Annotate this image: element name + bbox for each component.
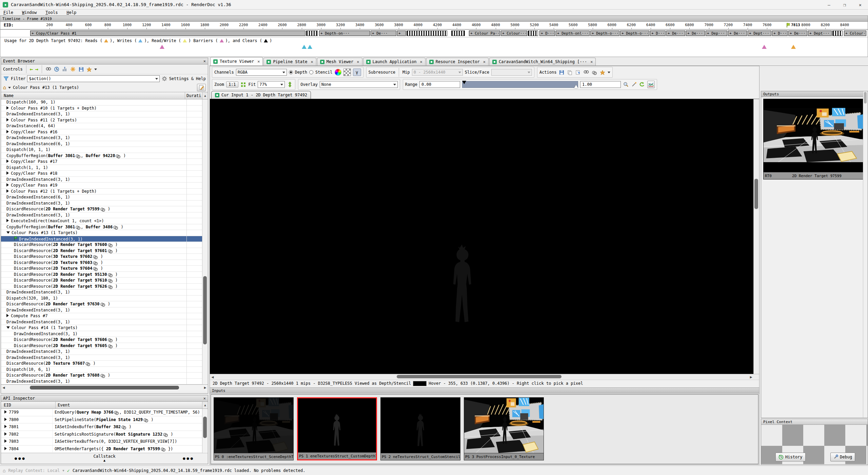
scroll-left-icon[interactable]: ◀ [210,375,215,379]
usage-marker-icon[interactable] [302,45,307,49]
event-row[interactable]: CopyBufferRegion(Buffer 3861, Buffer 348… [1,224,208,230]
api-call-row[interactable]: 7803IASetVertexBuffers(0, D3D12_VERTEX_B… [1,438,208,445]
column-name[interactable]: Name [1,92,185,99]
range-white-point-handle[interactable] [574,85,578,88]
pass-segment[interactable]: + Depth-o··· [590,31,619,36]
event-row[interactable]: Colour Pass #10 (1 Targets + Depth) [1,106,208,112]
fit-label[interactable]: Fit [249,82,256,87]
pass-segment[interactable]: + Colour··· [844,31,866,36]
expand-icon[interactable] [4,432,7,436]
prev-event-icon[interactable]: ← [30,66,33,72]
home-icon[interactable]: ⌂ [3,468,5,473]
expand-icon[interactable] [4,418,7,421]
close-icon[interactable]: ✕ [420,59,422,64]
event-row[interactable]: DiscardResource(2D Render Target 95130 ) [1,272,208,278]
scroll-up-icon[interactable]: ▲ [202,92,208,99]
copy-icon[interactable] [567,69,573,75]
pass-segment[interactable]: + De··· [371,31,396,36]
event-row[interactable]: Dispatch(320, 180, 1) [1,296,208,302]
event-row[interactable]: DiscardResource(2D Texture 97604 ) [1,266,208,272]
home-icon[interactable]: ⌂ [3,84,6,91]
pass-segment[interactable]: + Colour Pa··· [469,31,500,36]
event-row[interactable]: DiscardResource(2D Render Target 97608 ) [1,373,208,379]
pass-segment[interactable]: + Depth-onl··· [556,31,590,36]
event-row[interactable]: DiscardResource(2D Texture 97603 ) [1,260,208,266]
api-call-row[interactable]: 7801IASetIndexBuffer(Buffer 302 ) [1,423,208,431]
menu-file[interactable]: File [3,10,13,15]
collapse-icon[interactable] [6,326,10,329]
event-row[interactable]: Copy/Clear Pass #17 [1,159,208,165]
scrollbar-thumb[interactable] [30,386,179,390]
pass-tick-cluster[interactable] [528,31,538,36]
flip-y-icon[interactable] [287,81,293,88]
range-black-point-handle[interactable] [462,81,466,84]
current-texture-tab[interactable]: Cur Input 1 - 2D Depth Target 97492 [211,91,311,99]
bookmark-icon[interactable] [599,69,606,75]
event-row[interactable]: CopyBufferRegion(Buffer 3861, Buffer 942… [1,153,208,159]
texture-view-vscrollbar[interactable] [753,99,759,374]
tab-texture-viewer[interactable]: Texture Viewer✕ [210,57,263,65]
callstack-label-wrap[interactable]: Callstack ▲ [93,454,115,462]
replay-context-label[interactable]: Replay Context: Local [8,468,60,473]
pass-segment[interactable]: + D··· [539,31,555,36]
pass-segment[interactable]: + [397,31,406,36]
close-button[interactable]: ✕ [852,0,868,10]
event-row[interactable]: DrawIndexedInstanced(6, 1) [1,141,208,147]
texture-view-hscrollbar[interactable]: ◀ ▶ [210,374,759,380]
scroll-right-icon[interactable]: ▶ [748,375,754,379]
pass-tick-cluster[interactable] [451,31,465,36]
event-row[interactable]: DrawIndexedInstanced(3, 1) [1,349,208,355]
pass-segment[interactable]: + Depth-o··· [620,31,649,36]
save-texture-icon[interactable] [559,69,565,75]
event-row[interactable]: DiscardResource(3D Texture 97602 ) [1,254,208,260]
menu-help[interactable]: Help [66,10,76,15]
usage-marker-icon[interactable] [762,45,767,49]
expand-icon[interactable] [6,189,9,193]
input-thumbnail[interactable]: PS 1 eneTexturesStruct_CustomDepthTextu [297,397,377,460]
event-row[interactable]: Copy/Clear Pass #19 [1,183,208,189]
scrollbar-thumb[interactable] [203,417,207,438]
event-row[interactable]: DrawIndexedInstanced(3, 1) [1,111,208,117]
event-row[interactable]: Dispatch(160, 90, 1) [1,99,208,106]
range-min-input[interactable]: 0.00 [419,81,460,88]
scrollbar-thumb[interactable] [754,179,758,209]
event-row[interactable]: Dispatch(10, 1, 1) [1,147,208,153]
close-icon[interactable]: ✕ [311,59,313,64]
stats-icon[interactable] [62,66,68,72]
scrollbar-thumb[interactable] [397,375,561,378]
history-button[interactable]: History [775,453,806,461]
outputs-vscrollbar[interactable] [863,91,868,418]
find-icon[interactable] [45,66,52,72]
event-row[interactable]: DrawInstanced(4, 64) [1,123,208,129]
bookmark-icon[interactable] [86,66,92,72]
menu-tools[interactable]: Tools [45,10,58,15]
pass-segment[interactable]: + Copy/Clear Pass #1 [30,31,305,36]
scroll-left-icon[interactable]: ◀ [1,385,6,390]
pass-segment[interactable]: + De··· [666,31,685,36]
goto-location-icon[interactable] [583,69,589,75]
api-call-row[interactable]: 7799EndQuery(Query Heap 3766, D3D12_QUER… [1,409,208,416]
close-icon[interactable]: ✕ [203,396,206,401]
color-wheel-icon[interactable] [335,69,341,76]
tab-launch-application[interactable]: Launch Application✕ [363,58,426,65]
event-row[interactable]: Copy/Clear Pass #16 [1,129,208,135]
tab-pipeline-state[interactable]: Pipeline State✕ [263,58,316,65]
texture-view[interactable] [210,99,759,374]
column-duration[interactable]: Durati [185,92,202,99]
tab-resource-inspector[interactable]: Resource Inspector✕ [426,58,489,65]
event-row[interactable]: DiscardResource(2D Render Target 97605 ) [1,343,208,349]
collapse-icon[interactable] [6,231,10,234]
autofit-wand-icon[interactable] [631,81,637,88]
event-row[interactable]: DrawIndexedInstanced(6, 1) [1,194,208,201]
event-row[interactable]: Compute Pass #7 [1,313,208,319]
scroll-up-icon[interactable]: ▲ [202,402,208,408]
api-call-row[interactable]: 7804OMSetRenderTargets({ 2D Render Targe… [1,445,208,453]
input-thumbnail[interactable]: PS 2 neTexturesStruct_CustomStencilText [380,397,460,460]
event-row[interactable]: DrawIndexedInstanced(3, 1) [1,177,208,183]
gear-icon[interactable] [161,76,167,82]
expand-icon[interactable] [6,171,9,175]
channels-select[interactable]: RGBA [236,69,287,76]
mip-select[interactable]: 0 - 2560x1440 [412,69,463,76]
chevron-down-icon[interactable] [155,78,158,80]
pass-segment[interactable]: + Dep··· [706,31,727,36]
